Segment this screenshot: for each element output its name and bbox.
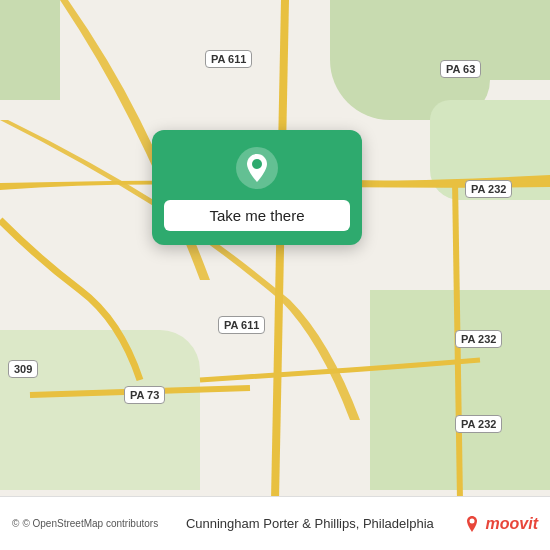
bottom-bar: © © OpenStreetMap contributors Cunningha… bbox=[0, 496, 550, 550]
route-badge-pa232-3: PA 232 bbox=[455, 415, 502, 433]
osm-icon: © bbox=[12, 518, 19, 529]
moovit-text: moovit bbox=[486, 515, 538, 533]
svg-line-0 bbox=[275, 0, 285, 500]
moovit-logo: moovit bbox=[462, 514, 538, 534]
route-badge-pa232-2: PA 232 bbox=[455, 330, 502, 348]
route-badge-pa232-1: PA 232 bbox=[465, 180, 512, 198]
osm-attribution: © © OpenStreetMap contributors bbox=[12, 518, 158, 529]
svg-point-4 bbox=[252, 159, 262, 169]
take-me-there-button[interactable]: Take me there bbox=[164, 200, 350, 231]
moovit-icon bbox=[462, 514, 482, 534]
route-badge-pa63: PA 63 bbox=[440, 60, 481, 78]
osm-text: © OpenStreetMap contributors bbox=[22, 518, 158, 529]
map-container: PA 611 PA 63 PA 232 PA 232 PA 232 PA 611… bbox=[0, 0, 550, 550]
location-label: Cunningham Porter & Phillips, Philadelph… bbox=[186, 516, 434, 531]
location-card: Take me there bbox=[152, 130, 362, 245]
svg-point-5 bbox=[469, 518, 474, 523]
route-badge-pa611-top: PA 611 bbox=[205, 50, 252, 68]
route-badge-309: 309 bbox=[8, 360, 38, 378]
location-pin-icon bbox=[235, 146, 279, 190]
route-badge-pa611-mid: PA 611 bbox=[218, 316, 265, 334]
route-badge-pa73: PA 73 bbox=[124, 386, 165, 404]
roads-overlay bbox=[0, 0, 550, 550]
